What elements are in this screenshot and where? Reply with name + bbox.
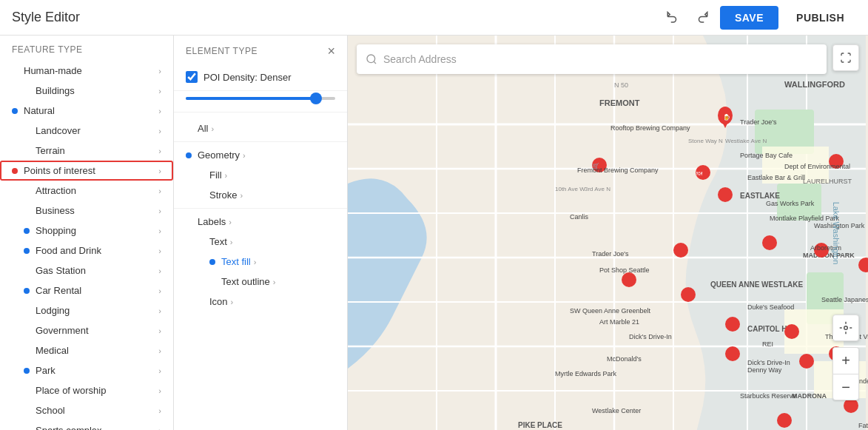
sidebar-item-shopping[interactable]: Shopping › <box>0 221 173 241</box>
svg-point-44 <box>725 317 740 332</box>
sidebar-item-label: Lodging <box>36 305 70 316</box>
poi-density-checkbox[interactable] <box>186 71 198 83</box>
sidebar-item-school[interactable]: School › <box>0 400 173 420</box>
svg-text:MADISON PARK: MADISON PARK <box>803 252 855 259</box>
slider-thumb[interactable] <box>310 93 322 104</box>
location-button[interactable] <box>832 315 859 341</box>
svg-text:Myrtle Edwards Park: Myrtle Edwards Park <box>555 370 617 377</box>
svg-point-47 <box>799 354 814 369</box>
slider-track[interactable] <box>186 97 335 100</box>
svg-text:Fremont Brewing Company: Fremont Brewing Company <box>577 167 659 174</box>
element-item-text[interactable]: Text › <box>174 232 347 252</box>
sidebar-item-government[interactable]: Government › <box>0 320 173 340</box>
chevron-icon: › <box>211 124 214 133</box>
feature-type-header: Feature type <box>0 36 173 61</box>
zoom-controls: + − <box>832 347 859 400</box>
svg-point-46 <box>725 346 740 361</box>
dot-indicator <box>24 228 30 234</box>
dot-indicator <box>209 259 215 265</box>
svg-text:SW Queen Anne Greenbelt: SW Queen Anne Greenbelt <box>570 307 651 315</box>
density-slider-container <box>174 97 347 112</box>
element-item-labels[interactable]: Labels › <box>174 212 347 232</box>
svg-text:3rd Ave N: 3rd Ave N <box>585 186 610 192</box>
sidebar-item-label: Medical <box>36 345 69 356</box>
chevron-icon: › <box>158 226 161 235</box>
sidebar-item-medical[interactable]: Medical › <box>0 340 173 360</box>
sidebar-item-food-and-drink[interactable]: Food and Drink › <box>0 241 173 261</box>
svg-text:Westlake Center: Westlake Center <box>592 407 641 414</box>
sidebar-item-attraction[interactable]: Attraction › <box>0 181 173 201</box>
svg-text:McDonald's: McDonald's <box>607 355 642 363</box>
chevron-icon: › <box>229 218 232 226</box>
search-placeholder: Search Address <box>383 53 457 65</box>
chevron-icon: › <box>158 67 161 75</box>
svg-text:Duke's Seafood: Duke's Seafood <box>747 303 794 311</box>
svg-point-38 <box>673 243 688 258</box>
sidebar-item-label: Shopping <box>36 225 76 236</box>
sidebar-item-sports-complex[interactable]: Sports complex › <box>0 420 173 430</box>
svg-text:N 50: N 50 <box>614 81 628 89</box>
dot-indicator <box>12 108 18 114</box>
svg-text:🍽: 🍽 <box>696 170 702 177</box>
sidebar-item-label: Sports complex <box>36 425 102 430</box>
chevron-icon: › <box>230 238 233 246</box>
search-bar[interactable]: Search Address <box>357 44 827 74</box>
fullscreen-button[interactable] <box>832 44 859 71</box>
sidebar-item-gas-station[interactable]: Gas Station › <box>0 261 173 280</box>
chevron-icon: › <box>158 406 161 415</box>
element-item-text-fill[interactable]: Text fill › <box>174 252 347 272</box>
element-item-label: Geometry <box>198 150 240 161</box>
undo-button[interactable] <box>661 6 684 30</box>
zoom-out-button[interactable]: − <box>832 374 859 400</box>
save-button[interactable]: SAVE <box>720 6 778 30</box>
sidebar-item-park[interactable]: Park › <box>0 360 173 380</box>
svg-text:Eastlake Bar & Grill: Eastlake Bar & Grill <box>747 174 805 181</box>
element-item-icon[interactable]: Icon › <box>174 292 347 312</box>
map-canvas[interactable]: WALLINGFORD FREMONT EASTLAKE QUEEN ANNE … <box>348 36 868 430</box>
sidebar-item-buildings[interactable]: Buildings › <box>0 81 173 101</box>
dot-indicator <box>24 248 30 254</box>
element-item-all[interactable]: All › <box>174 118 347 138</box>
svg-point-51 <box>777 413 792 428</box>
sidebar-item-points-of-interest[interactable]: Points of interest › <box>0 161 173 181</box>
chevron-icon: › <box>158 107 161 115</box>
chevron-icon: › <box>225 171 228 180</box>
element-item-label: Text <box>209 236 227 247</box>
svg-text:Seattle Japanese Garden: Seattle Japanese Garden <box>821 296 868 303</box>
sidebar-item-human-made[interactable]: Human-made › <box>0 61 173 81</box>
svg-text:Westlake Ave N: Westlake Ave N <box>725 138 767 144</box>
sidebar-item-car-rental[interactable]: Car Rental › <box>0 280 173 300</box>
svg-text:Trader Joe's: Trader Joe's <box>740 118 777 126</box>
svg-point-89 <box>844 326 848 330</box>
svg-text:Montlake Playfield Park: Montlake Playfield Park <box>770 215 840 222</box>
publish-button[interactable]: PUBLISH <box>784 6 856 30</box>
sidebar-item-lodging[interactable]: Lodging › <box>0 300 173 320</box>
sidebar-item-label: Terrain <box>36 145 65 156</box>
element-item-stroke[interactable]: Stroke › <box>174 185 347 205</box>
chevron-icon: › <box>158 266 161 275</box>
sidebar-item-label: Points of interest <box>24 165 95 176</box>
header-actions: SAVE PUBLISH <box>661 6 856 30</box>
lake-washington-label: Lake Washington <box>832 201 841 264</box>
close-button[interactable]: × <box>327 44 335 58</box>
element-item-text-outline[interactable]: Text outline › <box>174 272 347 292</box>
dot-indicator <box>12 168 18 174</box>
element-item-fill[interactable]: Fill › <box>174 165 347 185</box>
slider-fill <box>186 97 313 100</box>
chevron-icon: › <box>158 206 161 215</box>
sidebar-item-place-of-worship[interactable]: Place of worship › <box>0 380 173 400</box>
redo-button[interactable] <box>690 6 714 30</box>
chevron-icon: › <box>158 326 161 335</box>
poi-density-row: POI Density: Denser <box>174 64 347 91</box>
element-item-geometry[interactable]: Geometry › <box>174 145 347 165</box>
svg-text:Dick's Drive-In: Dick's Drive-In <box>747 359 790 366</box>
sidebar-item-label: Buildings <box>36 85 75 96</box>
sidebar-item-landcover[interactable]: Landcover › <box>0 121 173 141</box>
zoom-in-button[interactable]: + <box>832 347 859 374</box>
sidebar-item-natural[interactable]: Natural › <box>0 101 173 121</box>
sidebar-item-business[interactable]: Business › <box>0 201 173 221</box>
sidebar-item-label: Park <box>36 365 55 376</box>
map-area[interactable]: WALLINGFORD FREMONT EASTLAKE QUEEN ANNE … <box>348 36 868 430</box>
sidebar-item-terrain[interactable]: Terrain › <box>0 141 173 161</box>
chevron-icon: › <box>243 151 246 160</box>
